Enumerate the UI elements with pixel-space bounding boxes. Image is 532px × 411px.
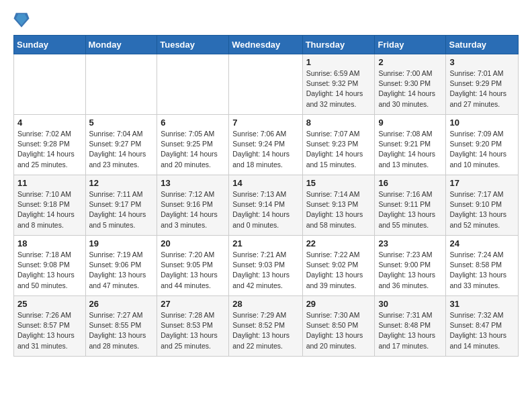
day-detail: Sunrise: 7:28 AM Sunset: 8:53 PM Dayligh… (161, 310, 225, 351)
calendar-cell: 7Sunrise: 7:06 AM Sunset: 9:24 PM Daylig… (229, 115, 302, 175)
day-detail: Sunrise: 7:00 AM Sunset: 9:30 PM Dayligh… (378, 68, 442, 109)
day-number: 26 (89, 299, 154, 309)
calendar-cell: 21Sunrise: 7:21 AM Sunset: 9:03 PM Dayli… (229, 236, 302, 296)
calendar-cell (85, 54, 157, 115)
calendar-week-row: 1Sunrise: 6:59 AM Sunset: 9:32 PM Daylig… (14, 54, 519, 115)
day-detail: Sunrise: 7:07 AM Sunset: 9:23 PM Dayligh… (306, 129, 371, 170)
calendar-cell: 12Sunrise: 7:11 AM Sunset: 9:17 PM Dayli… (85, 175, 157, 236)
calendar-cell: 9Sunrise: 7:08 AM Sunset: 9:21 PM Daylig… (375, 115, 446, 175)
calendar-cell: 15Sunrise: 7:14 AM Sunset: 9:13 PM Dayli… (302, 175, 375, 236)
day-number: 21 (232, 238, 298, 248)
day-number: 14 (232, 178, 298, 188)
day-number: 6 (161, 118, 225, 128)
day-detail: Sunrise: 7:19 AM Sunset: 9:06 PM Dayligh… (89, 250, 154, 291)
weekday-header: Wednesday (229, 36, 302, 54)
calendar-cell: 22Sunrise: 7:22 AM Sunset: 9:02 PM Dayli… (302, 236, 375, 296)
day-detail: Sunrise: 7:32 AM Sunset: 8:47 PM Dayligh… (449, 310, 515, 351)
day-number: 3 (449, 57, 515, 67)
day-detail: Sunrise: 7:30 AM Sunset: 8:50 PM Dayligh… (306, 310, 371, 351)
calendar-cell: 29Sunrise: 7:30 AM Sunset: 8:50 PM Dayli… (302, 296, 375, 357)
day-number: 7 (232, 118, 298, 128)
calendar-cell: 16Sunrise: 7:16 AM Sunset: 9:11 PM Dayli… (375, 175, 446, 236)
calendar-week-row: 11Sunrise: 7:10 AM Sunset: 9:18 PM Dayli… (14, 175, 519, 236)
day-detail: Sunrise: 7:22 AM Sunset: 9:02 PM Dayligh… (306, 250, 371, 291)
day-number: 2 (378, 57, 442, 67)
day-number: 8 (306, 118, 371, 128)
weekday-header: Monday (85, 36, 157, 54)
day-detail: Sunrise: 7:20 AM Sunset: 9:05 PM Dayligh… (161, 250, 225, 291)
day-number: 23 (378, 238, 442, 248)
calendar-cell: 2Sunrise: 7:00 AM Sunset: 9:30 PM Daylig… (375, 54, 446, 115)
calendar-cell: 19Sunrise: 7:19 AM Sunset: 9:06 PM Dayli… (85, 236, 157, 296)
calendar-cell: 24Sunrise: 7:24 AM Sunset: 8:58 PM Dayli… (446, 236, 519, 296)
calendar-cell: 6Sunrise: 7:05 AM Sunset: 9:25 PM Daylig… (157, 115, 229, 175)
calendar-cell: 10Sunrise: 7:09 AM Sunset: 9:20 PM Dayli… (446, 115, 519, 175)
calendar-cell: 3Sunrise: 7:01 AM Sunset: 9:29 PM Daylig… (446, 54, 519, 115)
calendar-cell: 31Sunrise: 7:32 AM Sunset: 8:47 PM Dayli… (446, 296, 519, 357)
weekday-header-row: SundayMondayTuesdayWednesdayThursdayFrid… (14, 36, 519, 54)
day-detail: Sunrise: 7:02 AM Sunset: 9:28 PM Dayligh… (17, 129, 82, 170)
day-detail: Sunrise: 7:21 AM Sunset: 9:03 PM Dayligh… (232, 250, 298, 291)
calendar-table: SundayMondayTuesdayWednesdayThursdayFrid… (13, 35, 519, 357)
weekday-header: Friday (375, 36, 446, 54)
day-detail: Sunrise: 7:24 AM Sunset: 8:58 PM Dayligh… (449, 250, 515, 291)
weekday-header: Tuesday (157, 36, 229, 54)
day-number: 13 (161, 178, 225, 188)
day-detail: Sunrise: 7:11 AM Sunset: 9:17 PM Dayligh… (89, 189, 154, 230)
day-number: 12 (89, 178, 154, 188)
day-number: 9 (378, 118, 442, 128)
calendar-cell: 14Sunrise: 7:13 AM Sunset: 9:14 PM Dayli… (229, 175, 302, 236)
svg-marker-1 (16, 14, 27, 25)
calendar-cell: 26Sunrise: 7:27 AM Sunset: 8:55 PM Dayli… (85, 296, 157, 357)
day-detail: Sunrise: 7:14 AM Sunset: 9:13 PM Dayligh… (306, 189, 371, 230)
day-detail: Sunrise: 6:59 AM Sunset: 9:32 PM Dayligh… (306, 68, 371, 109)
calendar-cell: 5Sunrise: 7:04 AM Sunset: 9:27 PM Daylig… (85, 115, 157, 175)
day-detail: Sunrise: 7:09 AM Sunset: 9:20 PM Dayligh… (449, 129, 515, 170)
day-number: 31 (449, 299, 515, 309)
day-number: 4 (17, 118, 82, 128)
calendar-cell (229, 54, 302, 115)
day-number: 27 (161, 299, 225, 309)
page-header (13, 11, 519, 30)
calendar-cell: 4Sunrise: 7:02 AM Sunset: 9:28 PM Daylig… (14, 115, 86, 175)
calendar-cell: 18Sunrise: 7:18 AM Sunset: 9:08 PM Dayli… (14, 236, 86, 296)
day-detail: Sunrise: 7:01 AM Sunset: 9:29 PM Dayligh… (449, 68, 515, 109)
day-detail: Sunrise: 7:17 AM Sunset: 9:10 PM Dayligh… (449, 189, 515, 230)
day-number: 22 (306, 238, 371, 248)
logo-icon (13, 11, 30, 30)
calendar-cell: 8Sunrise: 7:07 AM Sunset: 9:23 PM Daylig… (302, 115, 375, 175)
day-detail: Sunrise: 7:31 AM Sunset: 8:48 PM Dayligh… (378, 310, 442, 351)
weekday-header: Saturday (446, 36, 519, 54)
day-detail: Sunrise: 7:05 AM Sunset: 9:25 PM Dayligh… (161, 129, 225, 170)
weekday-header: Thursday (302, 36, 375, 54)
day-detail: Sunrise: 7:27 AM Sunset: 8:55 PM Dayligh… (89, 310, 154, 351)
day-number: 1 (306, 57, 371, 67)
day-number: 20 (161, 238, 225, 248)
day-detail: Sunrise: 7:16 AM Sunset: 9:11 PM Dayligh… (378, 189, 442, 230)
calendar-cell: 28Sunrise: 7:29 AM Sunset: 8:52 PM Dayli… (229, 296, 302, 357)
calendar-cell: 11Sunrise: 7:10 AM Sunset: 9:18 PM Dayli… (14, 175, 86, 236)
calendar-cell (14, 54, 86, 115)
day-number: 28 (232, 299, 298, 309)
day-number: 24 (449, 238, 515, 248)
weekday-header: Sunday (14, 36, 86, 54)
calendar-cell: 30Sunrise: 7:31 AM Sunset: 8:48 PM Dayli… (375, 296, 446, 357)
day-detail: Sunrise: 7:18 AM Sunset: 9:08 PM Dayligh… (17, 250, 82, 291)
day-number: 18 (17, 238, 82, 248)
day-detail: Sunrise: 7:04 AM Sunset: 9:27 PM Dayligh… (89, 129, 154, 170)
calendar-cell (157, 54, 229, 115)
day-number: 10 (449, 118, 515, 128)
day-number: 5 (89, 118, 154, 128)
calendar-cell: 1Sunrise: 6:59 AM Sunset: 9:32 PM Daylig… (302, 54, 375, 115)
calendar-cell: 17Sunrise: 7:17 AM Sunset: 9:10 PM Dayli… (446, 175, 519, 236)
calendar-week-row: 4Sunrise: 7:02 AM Sunset: 9:28 PM Daylig… (14, 115, 519, 175)
day-detail: Sunrise: 7:29 AM Sunset: 8:52 PM Dayligh… (232, 310, 298, 351)
day-number: 19 (89, 238, 154, 248)
day-number: 16 (378, 178, 442, 188)
day-number: 29 (306, 299, 371, 309)
day-number: 11 (17, 178, 82, 188)
day-detail: Sunrise: 7:06 AM Sunset: 9:24 PM Dayligh… (232, 129, 298, 170)
day-detail: Sunrise: 7:08 AM Sunset: 9:21 PM Dayligh… (378, 129, 442, 170)
calendar-cell: 27Sunrise: 7:28 AM Sunset: 8:53 PM Dayli… (157, 296, 229, 357)
day-detail: Sunrise: 7:13 AM Sunset: 9:14 PM Dayligh… (232, 189, 298, 230)
